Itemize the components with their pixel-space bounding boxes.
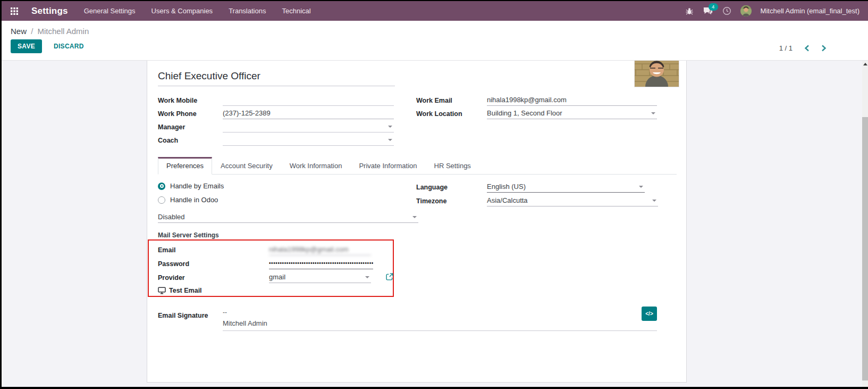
pager-next-icon[interactable] bbox=[821, 45, 827, 52]
mail-server-settings-title: Mail Server Settings bbox=[158, 231, 219, 239]
smtp-email-label: Email bbox=[158, 246, 269, 255]
coach-label: Coach bbox=[158, 137, 223, 146]
user-avatar[interactable] bbox=[740, 5, 752, 16]
menu-users-companies[interactable]: Users & Companies bbox=[151, 7, 213, 15]
field-row-coach: Coach bbox=[158, 135, 394, 146]
breadcrumb-parent-link[interactable]: New bbox=[11, 27, 27, 36]
signature-line2[interactable]: Mitchell Admin bbox=[223, 319, 267, 327]
field-row-language: Language English (US) bbox=[416, 181, 645, 193]
radio-handle-in-odoo[interactable]: Handle in Odoo bbox=[158, 196, 218, 204]
content-area: Chief Executive Officer Work Mobile Work… bbox=[2, 61, 868, 387]
dropdown-caret-icon[interactable] bbox=[365, 276, 369, 278]
radio-handle-by-emails[interactable]: Handle by Emails bbox=[158, 182, 224, 190]
smtp-provider-label: Provider bbox=[158, 274, 269, 283]
menu-general-settings[interactable]: General Settings bbox=[84, 7, 136, 15]
dropdown-caret-icon[interactable] bbox=[651, 112, 655, 114]
dropdown-caret-icon[interactable] bbox=[388, 139, 392, 141]
work-email-label: Work Email bbox=[416, 97, 487, 106]
radio-handle-by-emails-label: Handle by Emails bbox=[170, 182, 224, 190]
test-email-button[interactable]: Test Email bbox=[158, 287, 202, 294]
breadcrumb: New / Mitchell Admin bbox=[2, 21, 868, 36]
navbar-right: 4 Mitchell Admin (email_final_test) bbox=[685, 5, 868, 16]
navbar-left: Settings General Settings Users & Compan… bbox=[2, 6, 311, 16]
signature-underline bbox=[223, 330, 657, 331]
dropdown-caret-icon[interactable] bbox=[412, 216, 417, 218]
control-panel: New / Mitchell Admin SAVE DISCARD 1 / 1 bbox=[2, 21, 868, 61]
dropdown-caret-icon[interactable] bbox=[652, 200, 656, 202]
work-phone-input[interactable]: (237)-125-2389 bbox=[223, 108, 394, 119]
app-window: Settings General Settings Users & Compan… bbox=[2, 1, 868, 387]
signature-line1[interactable]: -- bbox=[223, 309, 227, 316]
vertical-scrollbar[interactable] bbox=[862, 61, 868, 387]
field-row-work-phone: Work Phone (237)-125-2389 bbox=[158, 108, 394, 119]
user-menu[interactable]: Mitchell Admin (email_final_test) bbox=[761, 7, 859, 15]
debug-bug-icon[interactable] bbox=[685, 7, 694, 15]
work-location-select[interactable]: Building 1, Second Floor bbox=[487, 108, 657, 119]
external-link-icon[interactable] bbox=[386, 273, 393, 280]
field-row-notification: Disabled bbox=[158, 212, 418, 223]
work-mobile-label: Work Mobile bbox=[158, 97, 223, 106]
manager-select[interactable] bbox=[223, 121, 394, 133]
smtp-password-input[interactable]: ••••••••••••••••••••••••••••••••••••••••… bbox=[269, 258, 373, 269]
tab-work-information[interactable]: Work Information bbox=[281, 157, 351, 174]
smtp-email-input[interactable]: nihala1998kp@gmail.com bbox=[269, 244, 371, 255]
email-signature-label: Email Signature bbox=[158, 312, 208, 321]
button-bar: SAVE DISCARD bbox=[11, 39, 868, 53]
top-navbar: Settings General Settings Users & Compan… bbox=[2, 1, 868, 21]
language-select[interactable]: English (US) bbox=[487, 181, 645, 193]
timezone-label: Timezone bbox=[416, 197, 487, 206]
monitor-icon bbox=[158, 287, 166, 294]
scrollbar-thumb[interactable] bbox=[862, 117, 868, 380]
breadcrumb-separator: / bbox=[31, 27, 33, 36]
test-email-label: Test Email bbox=[169, 287, 202, 294]
field-row-timezone: Timezone Asia/Calcutta bbox=[416, 195, 658, 206]
work-phone-label: Work Phone bbox=[158, 110, 223, 119]
smtp-provider-select[interactable]: gmail bbox=[269, 272, 371, 283]
tab-account-security[interactable]: Account Security bbox=[212, 157, 281, 174]
app-title[interactable]: Settings bbox=[31, 6, 68, 16]
tab-hr-settings[interactable]: HR Settings bbox=[426, 157, 479, 174]
timezone-select[interactable]: Asia/Calcutta bbox=[487, 195, 658, 206]
code-icon: </> bbox=[645, 311, 653, 317]
menu-technical[interactable]: Technical bbox=[282, 7, 310, 15]
field-row-smtp-provider: Provider gmail bbox=[158, 272, 371, 283]
discard-button[interactable]: DISCARD bbox=[50, 42, 87, 51]
manager-label: Manager bbox=[158, 123, 223, 133]
employee-photo[interactable] bbox=[634, 61, 679, 87]
work-email-input[interactable]: nihala1998kp@gmail.com bbox=[487, 95, 657, 106]
activities-clock-icon[interactable] bbox=[722, 6, 731, 15]
field-row-smtp-password: Password •••••••••••••••••••••••••••••••… bbox=[158, 258, 373, 269]
notification-select[interactable]: Disabled bbox=[158, 212, 418, 223]
work-location-label: Work Location bbox=[416, 110, 487, 119]
breadcrumb-current: Mitchell Admin bbox=[38, 27, 89, 36]
navbar-menus: General Settings Users & Companies Trans… bbox=[84, 7, 311, 15]
messages-icon[interactable]: 4 bbox=[703, 7, 713, 15]
work-mobile-input[interactable] bbox=[223, 95, 394, 106]
language-label: Language bbox=[416, 184, 487, 193]
apps-grid-icon[interactable] bbox=[10, 7, 19, 15]
dropdown-caret-icon[interactable] bbox=[639, 186, 643, 188]
field-row-work-location: Work Location Building 1, Second Floor bbox=[416, 108, 657, 119]
dropdown-caret-icon[interactable] bbox=[388, 126, 392, 128]
radio-unchecked-icon[interactable] bbox=[158, 196, 165, 204]
save-button[interactable]: SAVE bbox=[11, 39, 42, 53]
pager: 1 / 1 bbox=[779, 44, 827, 52]
pager-previous-icon[interactable] bbox=[804, 45, 810, 52]
scrollbar-up-arrow-icon[interactable] bbox=[863, 63, 867, 65]
radio-checked-icon[interactable] bbox=[158, 183, 165, 190]
employee-form-card: Chief Executive Officer Work Mobile Work… bbox=[147, 61, 687, 383]
field-row-manager: Manager bbox=[158, 121, 394, 133]
code-view-button[interactable]: </> bbox=[642, 307, 657, 321]
tab-preferences[interactable]: Preferences bbox=[158, 157, 212, 175]
job-title-input[interactable]: Chief Executive Officer bbox=[158, 70, 395, 86]
field-row-work-mobile: Work Mobile bbox=[158, 95, 394, 106]
menu-translations[interactable]: Translations bbox=[229, 7, 266, 15]
radio-handle-in-odoo-label: Handle in Odoo bbox=[170, 196, 218, 204]
coach-select[interactable] bbox=[223, 135, 394, 146]
tab-private-information[interactable]: Private Information bbox=[350, 157, 425, 174]
notebook-tabs: Preferences Account Security Work Inform… bbox=[158, 157, 677, 175]
pager-count: 1 / 1 bbox=[779, 44, 793, 52]
field-row-smtp-email: Email nihala1998kp@gmail.com bbox=[158, 244, 371, 255]
message-count-badge: 4 bbox=[709, 3, 718, 11]
field-row-signature: Email Signature bbox=[158, 310, 208, 321]
